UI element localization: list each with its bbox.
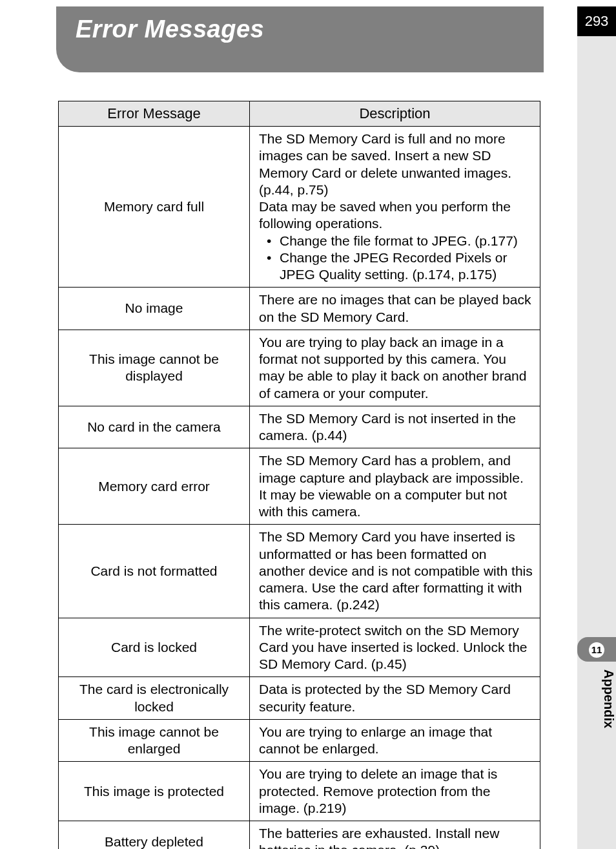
description-bullet-item: Change the file format to JPEG. (p.177): [271, 233, 533, 249]
col-header-description: Description: [250, 101, 540, 127]
col-header-message: Error Message: [59, 101, 250, 127]
table-row: The card is electronically lockedData is…: [59, 677, 540, 720]
error-description-cell: You are trying to play back an image in …: [250, 330, 540, 406]
table-header-row: Error Message Description: [59, 101, 540, 127]
error-description-cell: Data is protected by the SD Memory Card …: [250, 677, 540, 720]
table-row: This image cannot be displayedYou are tr…: [59, 330, 540, 406]
table-row: No imageThere are no images that can be …: [59, 288, 540, 330]
error-description-cell: There are no images that can be played b…: [250, 288, 540, 330]
page-number: 293: [577, 6, 616, 36]
error-message-cell: Memory card full: [59, 127, 250, 288]
table-row: Card is not formattedThe SD Memory Card …: [59, 525, 540, 618]
table-row: Card is lockedThe write-protect switch o…: [59, 618, 540, 677]
error-message-cell: Battery depleted: [59, 821, 250, 850]
chapter-label: Appendix: [577, 669, 616, 799]
error-message-cell: This image cannot be displayed: [59, 330, 250, 406]
table-row: This image cannot be enlargedYou are try…: [59, 719, 540, 762]
table-row: Memory card fullThe SD Memory Card is fu…: [59, 127, 540, 288]
error-description-cell: The SD Memory Card you have inserted is …: [250, 525, 540, 618]
error-description-cell: The SD Memory Card is not inserted in th…: [250, 406, 540, 448]
error-messages-table: Error Message Description Memory card fu…: [58, 101, 540, 849]
error-message-cell: Card is locked: [59, 618, 250, 677]
error-messages-table-wrap: Error Message Description Memory card fu…: [58, 101, 540, 849]
page-header-bar: Error Messages: [56, 6, 544, 72]
error-message-cell: The card is electronically locked: [59, 677, 250, 720]
error-message-cell: No card in the camera: [59, 406, 250, 448]
error-description-cell: The SD Memory Card has a problem, and im…: [250, 448, 540, 525]
error-description-cell: The batteries are exhausted. Install new…: [250, 821, 540, 850]
error-message-cell: This image is protected: [59, 762, 250, 821]
table-row: Memory card errorThe SD Memory Card has …: [59, 448, 540, 525]
error-message-cell: This image cannot be enlarged: [59, 719, 250, 762]
description-bullets: Change the file format to JPEG. (p.177)C…: [259, 233, 533, 284]
page-title: Error Messages: [56, 6, 544, 43]
error-message-cell: Card is not formatted: [59, 525, 250, 618]
error-description-cell: You are trying to delete an image that i…: [250, 762, 540, 821]
table-row: This image is protectedYou are trying to…: [59, 762, 540, 821]
error-message-cell: No image: [59, 288, 250, 330]
error-description-cell: The SD Memory Card is full and no more i…: [250, 127, 540, 288]
error-description-cell: The write-protect switch on the SD Memor…: [250, 618, 540, 677]
table-row: No card in the cameraThe SD Memory Card …: [59, 406, 540, 448]
error-message-cell: Memory card error: [59, 448, 250, 525]
table-row: Battery depletedThe batteries are exhaus…: [59, 821, 540, 850]
chapter-number: 11: [589, 642, 604, 658]
description-bullet-item: Change the JPEG Recorded Pixels or JPEG …: [271, 249, 533, 284]
chapter-number-badge: 11: [577, 637, 616, 662]
error-description-cell: You are trying to enlarge an image that …: [250, 719, 540, 762]
